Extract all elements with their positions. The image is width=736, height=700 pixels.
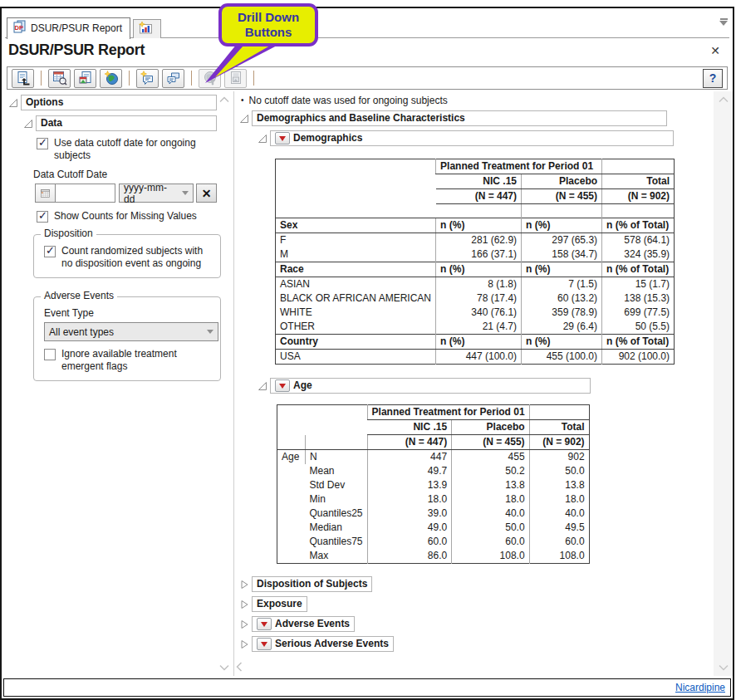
toolbar-separator [129, 71, 130, 86]
age-table: Planned Treatment for Period 01 NIC .15P… [277, 404, 590, 564]
left-scroll-up-icon[interactable] [218, 96, 230, 103]
horizontal-scroll-left-icon[interactable] [236, 661, 243, 673]
collapsed-disclosure-icon[interactable] [239, 639, 249, 649]
adverse-events-group: Adverse Events Event Type All event type… [33, 296, 221, 381]
help-button[interactable]: ? [703, 69, 723, 88]
calendar-icon [41, 188, 50, 199]
demographics-table: Planned Treatment for Period 01 NIC .15P… [275, 159, 675, 365]
scroll-up-icon[interactable] [718, 96, 729, 103]
options-disclosure-icon[interactable] [8, 98, 18, 108]
disposition-group-title: Disposition [41, 228, 96, 239]
collapsed-disclosure-icon[interactable] [239, 600, 249, 609]
chevron-down-icon [207, 330, 213, 337]
ignore-flags-label: Ignore available treatment emergent flag… [61, 348, 201, 373]
cutoff-date-input[interactable] [56, 184, 115, 203]
demographics-header: Demographics [258, 130, 710, 146]
data-disclosure-icon[interactable] [23, 119, 33, 129]
new-note-icon [140, 71, 155, 86]
collapsed-section-title: Disposition of Subjects [252, 576, 372, 592]
use-cutoff-label: Use data cutoff date for ongoing subject… [54, 137, 217, 162]
tab-dsur-psur-report[interactable]: DP DSUR/PSUR Report [7, 17, 130, 39]
data-table-search-button[interactable] [48, 69, 71, 88]
event-type-dropdown[interactable]: All event types [44, 322, 218, 341]
adverse-events-group-title: Adverse Events [41, 290, 117, 301]
callout-tail [195, 44, 303, 87]
report-panel: No cutoff date was used for ongoing subj… [234, 91, 714, 676]
cutoff-note: No cutoff date was used for ongoing subj… [241, 95, 710, 106]
data-header: Data [23, 115, 217, 131]
collapsed-disclosure-icon[interactable] [239, 580, 249, 590]
open-report-button[interactable] [12, 69, 34, 88]
collapsed-disclosure-icon[interactable] [239, 619, 249, 629]
collapsed-section-title-box: Adverse Events [252, 616, 355, 632]
tab-graph-builder[interactable] [133, 19, 161, 38]
show-missing-checkbox[interactable] [37, 211, 48, 223]
ignore-flags-checkbox-row: Ignore available treatment emergent flag… [44, 348, 215, 373]
main-area: Options Data Use data cutoff date for on… [7, 91, 733, 676]
options-header: Options [8, 95, 217, 110]
show-missing-label: Show Counts for Missing Values [54, 210, 197, 223]
scroll-down-icon[interactable] [718, 664, 729, 671]
age-header: Age [258, 378, 710, 394]
report-image-button[interactable] [74, 69, 96, 88]
tab-list-dropdown-icon[interactable] [719, 18, 728, 26]
section-title: Demographics and Baseline Characteristic… [252, 110, 667, 126]
serious-adverse-events-drilldown-button[interactable] [257, 638, 272, 650]
date-format-value: yyyy-mm-dd [124, 182, 177, 205]
demographics-baseline-header: Demographics and Baseline Characteristic… [239, 110, 710, 126]
demographics-title-box: Demographics [270, 130, 674, 146]
comments-icon [166, 71, 181, 86]
clear-date-button[interactable] [196, 184, 217, 203]
ignore-flags-checkbox[interactable] [44, 349, 56, 360]
toolbar-separator [41, 71, 42, 86]
event-type-value: All event types [49, 326, 114, 338]
disposition-group: Disposition Count randomized subjects wi… [33, 234, 221, 278]
options-title: Options [21, 95, 217, 110]
show-missing-checkbox-row: Show Counts for Missing Values [37, 210, 217, 223]
count-randomized-checkbox[interactable] [44, 246, 56, 257]
nicardipine-link[interactable]: Nicardipine [675, 682, 725, 693]
section-adverse-events: Adverse Events [239, 616, 710, 632]
section-disposition-of-subjects: Disposition of Subjects [239, 576, 710, 592]
callout-text: Drill Down Buttons [226, 10, 311, 39]
close-icon[interactable] [708, 43, 723, 58]
age-title: Age [293, 379, 312, 392]
new-note-button[interactable] [136, 69, 159, 88]
toolbar-separator [191, 71, 192, 86]
drill-down-callout: Drill Down Buttons [218, 3, 318, 47]
count-randomized-label: Count randomized subjects with no dispos… [61, 245, 215, 270]
age-drilldown-button[interactable] [275, 379, 290, 392]
page-title: DSUR/PSUR Report [8, 42, 726, 59]
collapsed-section-title-box: Serious Adverse Events [252, 636, 394, 652]
vertical-scrollbar[interactable] [714, 91, 733, 676]
demographics-drilldown-button[interactable] [275, 132, 290, 144]
collapsed-section-title: Exposure [252, 596, 307, 612]
cutoff-date-label: Data Cutoff Date [33, 169, 217, 180]
demographics-disclosure-icon[interactable] [258, 134, 267, 144]
title-row: DSUR/PSUR Report [2, 38, 733, 65]
use-cutoff-checkbox-row: Use data cutoff date for ongoing subject… [37, 137, 217, 162]
chevron-down-icon [182, 191, 189, 198]
date-format-dropdown[interactable]: yyyy-mm-dd [119, 184, 194, 203]
left-scroll-down-icon[interactable] [218, 664, 230, 671]
calendar-button[interactable] [35, 184, 56, 203]
section-serious-adverse-events: Serious Adverse Events [239, 636, 710, 652]
chart-tab-icon [139, 22, 153, 37]
globe-new-button[interactable] [100, 69, 122, 88]
data-table-search-icon [52, 71, 67, 86]
comments-button[interactable] [162, 69, 184, 88]
svg-text:DP: DP [15, 24, 23, 32]
age-title-box: Age [270, 378, 591, 394]
use-cutoff-checkbox[interactable] [37, 138, 48, 149]
app-window: DP DSUR/PSUR Report DSUR/PSUR Report [0, 7, 734, 700]
toolbar: ? [7, 66, 728, 90]
cutoff-date-row: yyyy-mm-dd [35, 184, 217, 203]
collapsed-section-title: Adverse Events [275, 618, 350, 630]
event-type-label: Event Type [44, 307, 215, 319]
section-disclosure-icon[interactable] [239, 114, 249, 124]
status-bar: Nicardipine [3, 678, 731, 697]
globe-new-icon [104, 71, 119, 86]
adverse-events-drilldown-button[interactable] [257, 618, 272, 630]
age-disclosure-icon[interactable] [258, 381, 267, 391]
collapsed-section-title: Serious Adverse Events [275, 638, 389, 650]
